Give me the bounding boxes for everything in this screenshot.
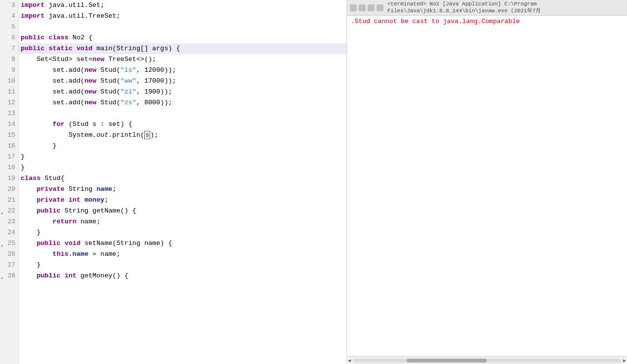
main-container: 3456789101112131415161718192021222324252…: [0, 0, 627, 364]
line-number: 22: [0, 206, 18, 216]
line-number: 17: [0, 152, 18, 162]
line-number: 3: [0, 0, 18, 11]
code-line: }: [19, 152, 346, 162]
toolbar-icon-3[interactable]: [368, 4, 375, 11]
console-toolbar-text: <terminated> No2 [Java Application] C:\P…: [387, 1, 624, 14]
line-number: 23: [0, 216, 18, 227]
code-line: set.add(new Stud("ls", 12000));: [19, 65, 346, 76]
code-area: 3456789101112131415161718192021222324252…: [0, 0, 346, 364]
code-line: import java.util.Set;: [19, 0, 346, 11]
code-lines: import java.util.Set;import java.util.Tr…: [19, 0, 346, 364]
line-number: 24: [0, 227, 18, 238]
console-output[interactable]: .Stud cannot be cast to java.lang.Compar…: [347, 16, 627, 356]
code-line: }: [19, 260, 346, 271]
console-toolbar: <terminated> No2 [Java Application] C:\P…: [347, 0, 627, 16]
line-number: 4: [0, 11, 18, 22]
code-line: private int money;: [19, 195, 346, 206]
code-line: }: [19, 162, 346, 173]
code-line: }: [19, 141, 346, 152]
code-line: [19, 22, 346, 32]
line-number: 18: [0, 162, 18, 173]
scroll-left-arrow[interactable]: ◀: [347, 358, 352, 364]
toolbar-icon-4[interactable]: [376, 4, 383, 11]
scroll-right-arrow[interactable]: ▶: [622, 358, 627, 364]
line-number: 28: [0, 271, 18, 281]
editor-panel[interactable]: 3456789101112131415161718192021222324252…: [0, 0, 347, 364]
line-number: 10: [0, 76, 18, 87]
line-number: 14: [0, 119, 18, 130]
code-line: import java.util.TreeSet;: [19, 11, 346, 22]
code-line: for (Stud s : set) {: [19, 119, 346, 130]
code-line: [19, 108, 346, 119]
code-line: public void setName(String name) {: [19, 238, 346, 249]
line-number: 15: [0, 130, 18, 141]
console-toolbar-icons: [350, 4, 383, 11]
scrollbar-thumb[interactable]: [407, 359, 487, 363]
code-line: public static void main(String[] args) {: [19, 43, 346, 54]
toolbar-icon-2[interactable]: [359, 4, 366, 11]
line-number: 7: [0, 43, 18, 54]
console-scrollbar[interactable]: ◀ ▶: [347, 356, 627, 364]
line-number: 25: [0, 238, 18, 249]
code-line: public class No2 {: [19, 32, 346, 43]
line-number: 27: [0, 260, 18, 271]
line-numbers: 3456789101112131415161718192021222324252…: [0, 0, 19, 364]
console-panel: <terminated> No2 [Java Application] C:\P…: [347, 0, 627, 364]
line-number: 11: [0, 87, 18, 97]
code-line: }: [19, 227, 346, 238]
line-number: 5: [0, 22, 18, 32]
code-line: private String name;: [19, 184, 346, 195]
scrollbar-track[interactable]: [353, 359, 621, 363]
code-line: this.name = name;: [19, 249, 346, 260]
console-error-text: .Stud cannot be cast to java.lang.Compar…: [351, 18, 623, 25]
line-number: 21: [0, 195, 18, 206]
code-line: public String getName() {: [19, 206, 346, 216]
code-line: public int getMoney() {: [19, 271, 346, 281]
code-line: Set<Stud> set=new TreeSet<>();: [19, 54, 346, 65]
line-number: 26: [0, 249, 18, 260]
code-line: System.out.println(s);: [19, 130, 346, 141]
line-number: 9: [0, 65, 18, 76]
code-line: set.add(new Stud("zl", 1900));: [19, 87, 346, 97]
line-number: 8: [0, 54, 18, 65]
line-number: 20: [0, 184, 18, 195]
toolbar-icon-1[interactable]: [350, 4, 357, 11]
line-number: 16: [0, 141, 18, 152]
line-number: 13: [0, 108, 18, 119]
line-number: 6: [0, 32, 18, 43]
line-number: 19: [0, 173, 18, 184]
code-line: set.add(new Stud("zs", 8000));: [19, 97, 346, 108]
code-line: return name;: [19, 216, 346, 227]
code-line: set.add(new Stud("ww", 17000));: [19, 76, 346, 87]
line-number: 12: [0, 97, 18, 108]
code-line: class Stud{: [19, 173, 346, 184]
